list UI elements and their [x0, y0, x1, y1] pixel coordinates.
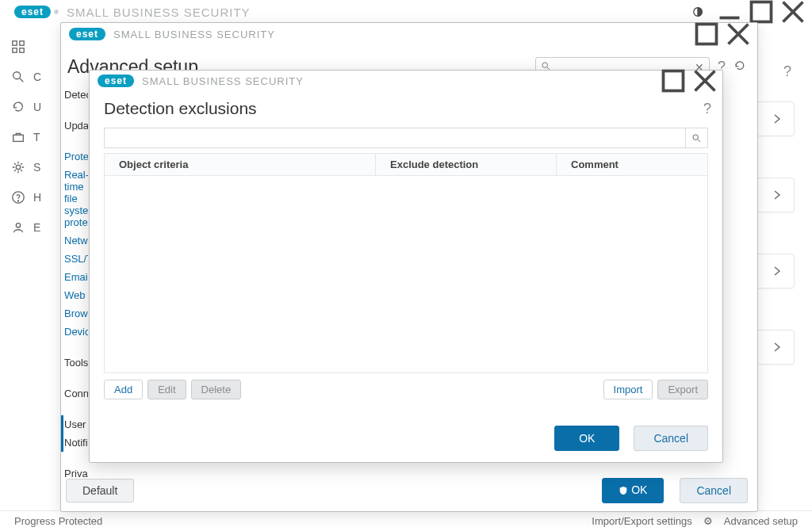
- svg-point-14: [17, 201, 18, 201]
- dlg-search-input[interactable]: [104, 128, 686, 148]
- default-button[interactable]: Default: [66, 479, 134, 502]
- rail-label: U: [33, 101, 41, 113]
- search-icon: [11, 70, 25, 84]
- close-icon[interactable]: [722, 23, 754, 45]
- gear-icon: ⚙: [703, 515, 713, 527]
- side-item-email[interactable]: Email client protection: [64, 268, 88, 286]
- rail-setup[interactable]: S: [0, 152, 59, 182]
- rail-account[interactable]: E: [0, 212, 59, 243]
- svg-line-10: [20, 78, 24, 82]
- status-text: Progress Protected: [14, 515, 102, 527]
- dlg-toolbar: Add Edit Delete Import Export: [104, 380, 708, 399]
- svg-rect-8: [20, 48, 24, 52]
- side-item-browser[interactable]: Browser protection: [64, 304, 88, 323]
- table-header: Object criteria Exclude detection Commen…: [105, 154, 707, 176]
- side-item-web[interactable]: Web access protection: [64, 286, 88, 304]
- delete-button[interactable]: Delete: [191, 380, 242, 399]
- svg-point-9: [13, 72, 21, 79]
- add-button[interactable]: Add: [104, 380, 143, 399]
- import-export-link[interactable]: Import/Export settings: [592, 515, 691, 527]
- adv-titlebar: eset SMALL BUSINESS SECURITY: [61, 23, 757, 45]
- col-comment[interactable]: Comment: [557, 154, 707, 175]
- dlg-cancel-button[interactable]: Cancel: [634, 426, 708, 451]
- rail-label: H: [33, 191, 41, 204]
- maximize-icon[interactable]: [657, 70, 689, 92]
- col-exclude-detection[interactable]: Exclude detection: [376, 154, 557, 175]
- side-item-device[interactable]: Device control: [64, 323, 88, 341]
- adv-window-controls: [691, 23, 754, 45]
- rail-label: C: [33, 71, 41, 83]
- adv-cancel-button[interactable]: Cancel: [680, 478, 748, 503]
- briefcase-icon: [11, 130, 25, 144]
- help-icon[interactable]: ?: [783, 63, 791, 80]
- dlg-header: Detection exclusions ?: [90, 91, 722, 128]
- status-bar: Progress Protected Import/Export setting…: [0, 510, 812, 531]
- rail-label: S: [33, 161, 40, 174]
- eset-logo: eset: [98, 74, 134, 87]
- adv-footer: Default OK Cancel: [66, 478, 748, 503]
- side-item-detection[interactable]: Detection engine: [64, 86, 88, 104]
- chevron-right-icon: [772, 189, 783, 201]
- dlg-search-row: [104, 128, 708, 148]
- svg-point-24: [693, 134, 699, 139]
- refresh-icon: [11, 100, 25, 114]
- side-item-connectivity[interactable]: Connectivity: [64, 384, 88, 403]
- dlg-titlebar: eset SMALL BUSINESS SECURITY: [90, 71, 722, 91]
- adv-ok-button[interactable]: OK: [602, 478, 664, 503]
- svg-rect-7: [13, 48, 17, 52]
- side-item-notifications[interactable]: Notifications: [64, 434, 88, 452]
- search-icon[interactable]: [686, 128, 708, 148]
- help-icon[interactable]: ?: [703, 101, 711, 117]
- side-item-ui[interactable]: User interface: [64, 415, 88, 434]
- rail-search[interactable]: C: [0, 62, 59, 92]
- dlg-footer: OK Cancel: [554, 426, 708, 451]
- history-icon[interactable]: [733, 59, 746, 75]
- adv-sidebar: Detection engine Update Protections Real…: [61, 81, 88, 487]
- product-name-adv: SMALL BUSINESS SECURITY: [113, 29, 275, 40]
- side-item-network[interactable]: Network protection: [64, 231, 88, 250]
- shield-icon: [619, 485, 628, 498]
- export-button[interactable]: Export: [657, 380, 708, 399]
- side-item-update[interactable]: Update: [64, 117, 88, 135]
- eset-logo: eset: [69, 28, 105, 40]
- chevron-right-icon: [772, 342, 783, 353]
- exclusions-table: Object criteria Exclude detection Commen…: [104, 153, 708, 373]
- rail-help[interactable]: H: [0, 182, 59, 212]
- side-item-realtime[interactable]: Real-time file system protection: [64, 166, 88, 231]
- side-item-tools[interactable]: Tools: [64, 353, 88, 372]
- rail-label: E: [33, 221, 40, 234]
- rail-label: T: [33, 131, 40, 143]
- svg-rect-2: [752, 2, 772, 22]
- dlg-title: Detection exclusions: [104, 99, 257, 118]
- detection-exclusions-dialog: eset SMALL BUSINESS SECURITY Detection e…: [89, 70, 723, 463]
- gear-icon: [11, 160, 25, 174]
- dlg-window-controls: [657, 70, 721, 92]
- close-icon[interactable]: [689, 70, 721, 92]
- side-item-protections[interactable]: Protections: [64, 147, 88, 166]
- help-icon: [11, 190, 25, 204]
- import-button[interactable]: Import: [603, 380, 653, 399]
- col-object-criteria[interactable]: Object criteria: [105, 154, 376, 175]
- product-name-dlg: SMALL BUSINESS SECURITY: [142, 75, 304, 87]
- maximize-icon[interactable]: [691, 23, 722, 45]
- svg-rect-16: [697, 25, 717, 44]
- dlg-ok-button[interactable]: OK: [554, 426, 619, 451]
- chevron-right-icon: [772, 113, 783, 124]
- svg-point-12: [16, 165, 20, 169]
- advanced-setup-link[interactable]: Advanced setup: [724, 515, 798, 527]
- product-name-main: SMALL BUSINESS SECURITY: [67, 6, 251, 19]
- close-icon[interactable]: [777, 1, 809, 23]
- svg-line-25: [698, 139, 700, 141]
- user-icon: [11, 220, 25, 235]
- rail-dashboard[interactable]: [0, 32, 59, 62]
- rail-update[interactable]: U: [0, 92, 59, 122]
- side-item-ssl[interactable]: SSL/TLS: [64, 250, 88, 268]
- edit-button[interactable]: Edit: [147, 380, 186, 399]
- rail-tools[interactable]: T: [0, 122, 59, 152]
- svg-rect-5: [13, 41, 17, 45]
- svg-point-19: [542, 62, 548, 67]
- left-nav-rail: C U T S H E: [0, 32, 59, 243]
- svg-rect-11: [13, 135, 24, 141]
- svg-point-15: [16, 223, 20, 227]
- registered-mark: ®: [54, 9, 59, 16]
